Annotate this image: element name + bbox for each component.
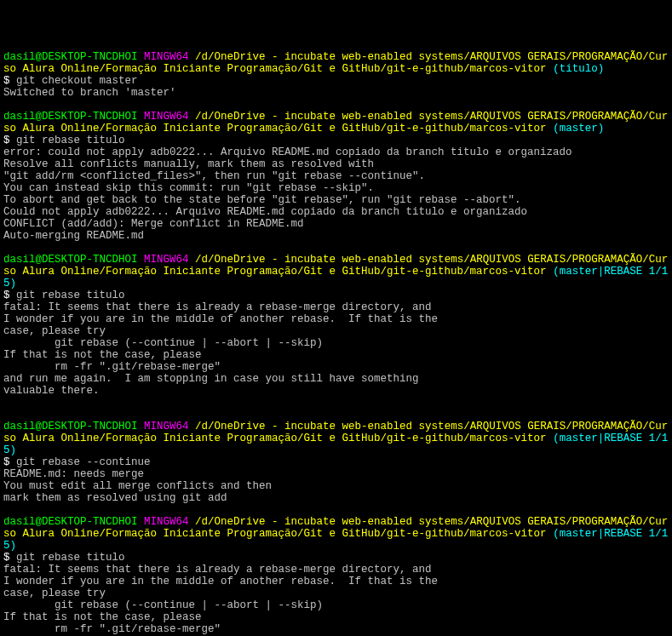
output-line: and run me again. I am stopping in case … bbox=[3, 373, 669, 385]
output-line: Auto-merging README.md bbox=[3, 230, 669, 242]
prompt-user: dasil@DESKTOP-TNCDHOI bbox=[3, 254, 138, 266]
prompt-user: dasil@DESKTOP-TNCDHOI bbox=[3, 516, 138, 528]
output-line: To abort and get back to the state befor… bbox=[3, 194, 669, 206]
output-line: rm -fr ".git/rebase-merge" bbox=[3, 361, 669, 373]
prompt-line: dasil@DESKTOP-TNCDHOI MINGW64 /d/OneDriv… bbox=[3, 254, 669, 289]
output-line: case, please try bbox=[3, 325, 669, 337]
output-line: README.md: needs merge bbox=[3, 468, 669, 480]
output-line: You can instead skip this commit: run "g… bbox=[3, 182, 669, 194]
dollar-icon: $ bbox=[3, 456, 10, 468]
prompt-user: dasil@DESKTOP-TNCDHOI bbox=[3, 421, 138, 433]
output-line: Switched to branch 'master' bbox=[3, 87, 669, 99]
output-line: Resolve all conflicts manually, mark the… bbox=[3, 158, 669, 170]
command-line: $ git rebase titulo bbox=[3, 289, 669, 301]
blank-line bbox=[3, 409, 669, 421]
prompt-host: MINGW64 bbox=[144, 51, 189, 63]
prompt-host: MINGW64 bbox=[144, 111, 189, 123]
blank-line bbox=[3, 242, 669, 254]
output-line: fatal: It seems that there is already a … bbox=[3, 301, 669, 313]
output-line: rm -fr ".git/rebase-merge" bbox=[3, 623, 669, 635]
output-line: valuable there. bbox=[3, 385, 669, 397]
output-line: error: could not apply adb0222... Arquiv… bbox=[3, 146, 669, 158]
prompt-line: dasil@DESKTOP-TNCDHOI MINGW64 /d/OneDriv… bbox=[3, 516, 669, 552]
command-text: git checkout master bbox=[16, 75, 138, 87]
output-line: git rebase (--continue | --abort | --ski… bbox=[3, 337, 669, 349]
command-line: $ git checkout master bbox=[3, 75, 669, 87]
prompt-user: dasil@DESKTOP-TNCDHOI bbox=[3, 51, 138, 63]
terminal-output[interactable]: dasil@DESKTOP-TNCDHOI MINGW64 /d/OneDriv… bbox=[3, 51, 669, 636]
command-text: git rebase titulo bbox=[16, 289, 125, 301]
command-text: git rebase titulo bbox=[16, 552, 125, 564]
blank-line bbox=[3, 99, 669, 111]
output-line: fatal: It seems that there is already a … bbox=[3, 564, 669, 576]
dollar-icon: $ bbox=[3, 289, 10, 301]
command-line: $ git rebase titulo bbox=[3, 552, 669, 564]
command-line: $ git rebase --continue bbox=[3, 456, 669, 468]
dollar-icon: $ bbox=[3, 135, 10, 146]
output-line: mark them as resolved using git add bbox=[3, 492, 669, 504]
output-line: "git add/rm <conflicted_files>", then ru… bbox=[3, 170, 669, 182]
output-line: I wonder if you are in the middle of ano… bbox=[3, 576, 669, 587]
command-text: git rebase --continue bbox=[16, 456, 151, 468]
dollar-icon: $ bbox=[3, 552, 10, 564]
output-line: Could not apply adb0222... Arquivo READM… bbox=[3, 206, 669, 218]
output-line: git rebase (--continue | --abort | --ski… bbox=[3, 599, 669, 611]
prompt-line: dasil@DESKTOP-TNCDHOI MINGW64 /d/OneDriv… bbox=[3, 421, 669, 456]
prompt-user: dasil@DESKTOP-TNCDHOI bbox=[3, 111, 138, 123]
output-line: I wonder if you are in the middle of ano… bbox=[3, 313, 669, 325]
output-line: If that is not the case, please bbox=[3, 611, 669, 623]
blank-line bbox=[3, 504, 669, 516]
command-text: git rebase titulo bbox=[16, 135, 125, 146]
output-line: CONFLICT (add/add): Merge conflict in RE… bbox=[3, 218, 669, 230]
command-line: $ git rebase titulo bbox=[3, 135, 669, 146]
output-line: case, please try bbox=[3, 587, 669, 599]
dollar-icon: $ bbox=[3, 75, 10, 87]
blank-line bbox=[3, 397, 669, 409]
output-line: You must edit all merge conflicts and th… bbox=[3, 480, 669, 492]
prompt-branch: (master) bbox=[553, 123, 604, 135]
output-line: If that is not the case, please bbox=[3, 349, 669, 361]
prompt-host: MINGW64 bbox=[144, 254, 189, 266]
prompt-host: MINGW64 bbox=[144, 421, 189, 433]
prompt-line: dasil@DESKTOP-TNCDHOI MINGW64 /d/OneDriv… bbox=[3, 111, 669, 135]
prompt-line: dasil@DESKTOP-TNCDHOI MINGW64 /d/OneDriv… bbox=[3, 51, 669, 75]
prompt-host: MINGW64 bbox=[144, 516, 189, 528]
prompt-branch: (titulo) bbox=[553, 63, 604, 75]
